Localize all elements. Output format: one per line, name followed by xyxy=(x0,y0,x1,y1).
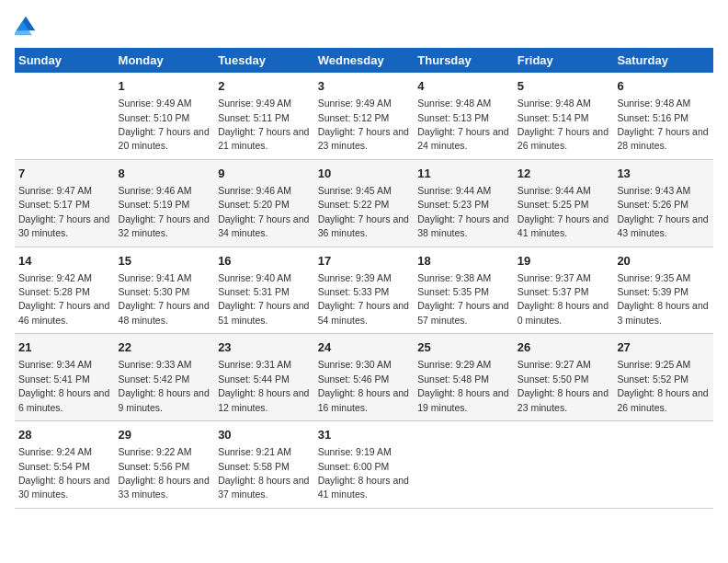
sunset-text: Sunset: 5:13 PM xyxy=(417,112,489,123)
calendar-cell: 17Sunrise: 9:39 AMSunset: 5:33 PMDayligh… xyxy=(314,247,415,334)
sunrise-text: Sunrise: 9:34 AM xyxy=(18,359,92,370)
calendar-cell: 27Sunrise: 9:25 AMSunset: 5:52 PMDayligh… xyxy=(613,334,713,421)
page-header xyxy=(15,15,713,37)
day-number: 2 xyxy=(218,78,311,95)
sunset-text: Sunset: 5:48 PM xyxy=(417,373,489,385)
day-number: 20 xyxy=(617,253,710,270)
sunrise-text: Sunrise: 9:25 AM xyxy=(617,359,690,370)
calendar-table: SundayMondayTuesdayWednesdayThursdayFrid… xyxy=(15,48,713,509)
day-number: 5 xyxy=(518,78,610,95)
daylight-text: Daylight: 7 hours and 28 minutes. xyxy=(617,126,708,151)
daylight-text: Daylight: 7 hours and 46 minutes. xyxy=(18,300,109,325)
sunrise-text: Sunrise: 9:24 AM xyxy=(18,446,92,457)
day-number: 21 xyxy=(18,339,111,356)
daylight-text: Daylight: 7 hours and 34 minutes. xyxy=(218,213,309,238)
daylight-text: Daylight: 7 hours and 41 minutes. xyxy=(518,213,609,238)
calendar-cell: 18Sunrise: 9:38 AMSunset: 5:35 PMDayligh… xyxy=(414,247,514,334)
day-number: 7 xyxy=(18,166,111,182)
daylight-text: Daylight: 7 hours and 57 minutes. xyxy=(417,300,508,325)
calendar-cell: 31Sunrise: 9:19 AMSunset: 6:00 PMDayligh… xyxy=(314,421,415,509)
sunrise-text: Sunrise: 9:49 AM xyxy=(318,98,392,109)
day-number: 27 xyxy=(617,339,710,356)
calendar-cell: 13Sunrise: 9:43 AMSunset: 5:26 PMDayligh… xyxy=(613,159,713,247)
sunset-text: Sunset: 5:22 PM xyxy=(318,199,390,210)
sunset-text: Sunset: 5:37 PM xyxy=(518,286,589,297)
calendar-cell: 6Sunrise: 9:48 AMSunset: 5:16 PMDaylight… xyxy=(613,73,713,159)
calendar-cell: 15Sunrise: 9:41 AMSunset: 5:30 PMDayligh… xyxy=(115,247,215,334)
week-row-3: 14Sunrise: 9:42 AMSunset: 5:28 PMDayligh… xyxy=(15,247,713,334)
column-header-tuesday: Tuesday xyxy=(214,48,314,73)
sunrise-text: Sunrise: 9:45 AM xyxy=(318,185,392,196)
week-row-5: 28Sunrise: 9:24 AMSunset: 5:54 PMDayligh… xyxy=(15,421,713,509)
day-number: 22 xyxy=(119,339,211,356)
sunset-text: Sunset: 5:39 PM xyxy=(617,286,688,297)
day-number: 25 xyxy=(417,339,510,356)
calendar-cell: 20Sunrise: 9:35 AMSunset: 5:39 PMDayligh… xyxy=(613,247,713,334)
sunset-text: Sunset: 5:33 PM xyxy=(318,286,390,297)
day-number: 24 xyxy=(318,339,411,356)
sunrise-text: Sunrise: 9:43 AM xyxy=(617,185,690,196)
sunset-text: Sunset: 5:12 PM xyxy=(318,112,390,123)
day-number: 13 xyxy=(617,166,710,182)
daylight-text: Daylight: 7 hours and 26 minutes. xyxy=(518,126,609,151)
sunrise-text: Sunrise: 9:48 AM xyxy=(417,98,491,109)
calendar-cell: 4Sunrise: 9:48 AMSunset: 5:13 PMDaylight… xyxy=(414,73,514,159)
sunset-text: Sunset: 5:26 PM xyxy=(617,199,688,210)
sunset-text: Sunset: 5:20 PM xyxy=(218,199,290,210)
column-header-wednesday: Wednesday xyxy=(314,48,415,73)
day-number: 29 xyxy=(119,427,211,443)
sunrise-text: Sunrise: 9:48 AM xyxy=(518,98,591,109)
day-number: 1 xyxy=(119,78,211,95)
sunset-text: Sunset: 5:16 PM xyxy=(617,112,688,123)
daylight-text: Daylight: 8 hours and 41 minutes. xyxy=(318,475,409,500)
week-row-4: 21Sunrise: 9:34 AMSunset: 5:41 PMDayligh… xyxy=(15,334,713,421)
daylight-text: Daylight: 7 hours and 32 minutes. xyxy=(119,213,210,238)
calendar-cell: 26Sunrise: 9:27 AMSunset: 5:50 PMDayligh… xyxy=(514,334,614,421)
day-number: 8 xyxy=(119,166,211,182)
day-number: 10 xyxy=(318,166,411,182)
sunrise-text: Sunrise: 9:44 AM xyxy=(417,185,491,196)
logo-icon xyxy=(15,15,37,37)
sunrise-text: Sunrise: 9:49 AM xyxy=(218,98,291,109)
sunset-text: Sunset: 5:46 PM xyxy=(318,373,390,385)
daylight-text: Daylight: 7 hours and 38 minutes. xyxy=(417,213,508,238)
sunset-text: Sunset: 5:50 PM xyxy=(518,373,589,385)
daylight-text: Daylight: 7 hours and 21 minutes. xyxy=(218,126,309,151)
calendar-cell: 21Sunrise: 9:34 AMSunset: 5:41 PMDayligh… xyxy=(15,334,115,421)
calendar-cell xyxy=(613,421,713,509)
day-number: 28 xyxy=(18,427,111,443)
daylight-text: Daylight: 8 hours and 16 minutes. xyxy=(318,387,409,412)
column-header-friday: Friday xyxy=(514,48,614,73)
sunrise-text: Sunrise: 9:39 AM xyxy=(318,272,392,283)
daylight-text: Daylight: 8 hours and 3 minutes. xyxy=(617,300,708,325)
sunrise-text: Sunrise: 9:48 AM xyxy=(617,98,690,109)
daylight-text: Daylight: 7 hours and 24 minutes. xyxy=(417,126,508,151)
sunset-text: Sunset: 5:35 PM xyxy=(417,286,489,297)
sunrise-text: Sunrise: 9:29 AM xyxy=(417,359,491,370)
day-number: 3 xyxy=(318,78,411,95)
sunset-text: Sunset: 5:17 PM xyxy=(18,199,90,210)
calendar-cell: 12Sunrise: 9:44 AMSunset: 5:25 PMDayligh… xyxy=(514,159,614,247)
sunrise-text: Sunrise: 9:40 AM xyxy=(218,272,291,283)
sunrise-text: Sunrise: 9:46 AM xyxy=(119,185,192,196)
day-number: 18 xyxy=(417,253,510,270)
sunset-text: Sunset: 5:56 PM xyxy=(119,461,190,472)
day-number: 31 xyxy=(318,427,411,443)
calendar-cell: 10Sunrise: 9:45 AMSunset: 5:22 PMDayligh… xyxy=(314,159,415,247)
sunset-text: Sunset: 5:28 PM xyxy=(18,286,90,297)
sunrise-text: Sunrise: 9:44 AM xyxy=(518,185,591,196)
day-number: 14 xyxy=(18,253,111,270)
daylight-text: Daylight: 7 hours and 51 minutes. xyxy=(218,300,309,325)
day-number: 19 xyxy=(518,253,610,270)
calendar-cell: 28Sunrise: 9:24 AMSunset: 5:54 PMDayligh… xyxy=(15,421,115,509)
day-number: 15 xyxy=(119,253,211,270)
sunrise-text: Sunrise: 9:22 AM xyxy=(119,446,192,457)
day-number: 9 xyxy=(218,166,311,182)
day-number: 30 xyxy=(218,427,311,443)
sunset-text: Sunset: 6:00 PM xyxy=(318,461,390,472)
day-number: 11 xyxy=(417,166,510,182)
daylight-text: Daylight: 7 hours and 20 minutes. xyxy=(119,126,210,151)
daylight-text: Daylight: 7 hours and 30 minutes. xyxy=(18,213,109,238)
day-number: 16 xyxy=(218,253,311,270)
calendar-cell xyxy=(15,73,115,159)
